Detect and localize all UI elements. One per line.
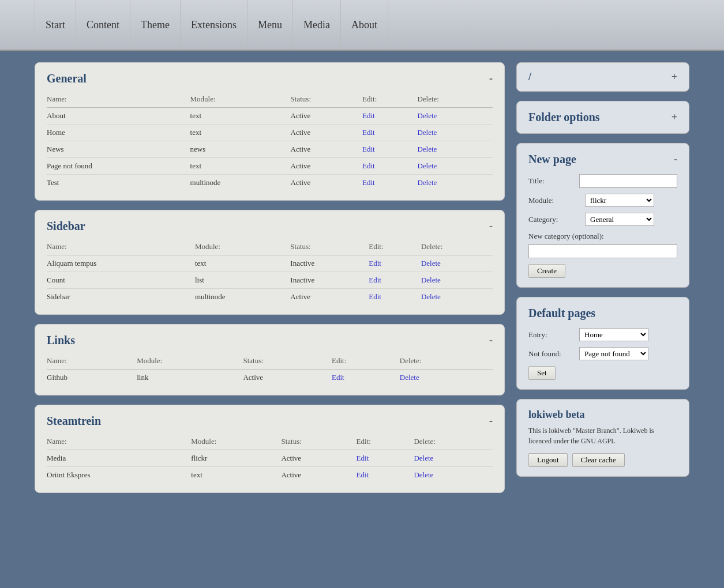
nav-extensions[interactable]: Extensions (181, 0, 247, 50)
default-pages-title: Default pages (528, 307, 595, 320)
table-row: Sidebar multinode Active Edit Delete (47, 289, 493, 306)
row-name: Page not found (47, 158, 190, 175)
folder-options-toggle[interactable]: + (672, 111, 677, 123)
sidebar-table: Name: Module: Status: Edit: Delete: Aliq… (47, 240, 493, 305)
steamtrein-col-edit: Edit: (357, 435, 414, 450)
row-edit[interactable]: Edit (332, 370, 400, 386)
default-pages-header: Default pages (528, 307, 677, 320)
row-name: Oriint Ekspres (47, 467, 191, 484)
row-module: text (190, 158, 291, 175)
general-col-edit: Edit: (362, 92, 417, 108)
steamtrein-col-delete: Delete: (414, 435, 493, 450)
row-delete[interactable]: Delete (417, 175, 493, 191)
steamtrein-col-module: Module: (191, 435, 281, 450)
nav-start[interactable]: Start (35, 0, 76, 50)
sidebar-card: Sidebar - Name: Module: Status: Edit: De… (35, 210, 505, 315)
title-label: Title: (528, 176, 575, 186)
logout-button[interactable]: Logout (528, 453, 568, 467)
links-col-edit: Edit: (332, 354, 400, 370)
links-toggle[interactable]: - (489, 334, 493, 346)
row-status: Active (243, 370, 332, 386)
links-col-status: Status: (243, 354, 332, 370)
row-edit[interactable]: Edit (357, 450, 414, 467)
row-edit[interactable]: Edit (362, 175, 417, 191)
row-edit[interactable]: Edit (362, 158, 417, 175)
row-module: text (191, 467, 281, 484)
row-delete[interactable]: Delete (414, 467, 493, 484)
links-col-delete: Delete: (400, 354, 493, 370)
general-col-name: Name: (47, 92, 190, 108)
new-category-section: New category (optional): (528, 232, 677, 264)
lokiweb-description: This is lokiweb "Master Branch". Lokiweb… (528, 425, 677, 446)
row-status: Active (291, 158, 362, 175)
nav-content[interactable]: Content (76, 0, 130, 50)
row-delete[interactable]: Delete (417, 108, 493, 125)
row-status: Active (281, 450, 356, 467)
nav-media[interactable]: Media (293, 0, 341, 50)
new-category-label: New category (optional): (528, 232, 677, 241)
folder-options-title: Folder options (528, 111, 600, 124)
row-delete[interactable]: Delete (414, 450, 493, 467)
category-select[interactable]: GeneralSidebarLinksSteamtrein (585, 213, 654, 226)
title-input[interactable] (579, 174, 677, 188)
row-delete[interactable]: Delete (417, 141, 493, 158)
row-name: Count (47, 272, 195, 289)
create-button[interactable]: Create (528, 264, 565, 278)
folder-options-card: Folder options + (516, 101, 689, 134)
module-select[interactable]: flickrtextnewsmultinodelistlink (585, 194, 654, 207)
table-row: About text Active Edit Delete (47, 108, 493, 125)
general-toggle[interactable]: - (489, 73, 493, 85)
new-page-toggle[interactable]: - (674, 153, 677, 165)
not-found-select[interactable]: HomeAboutNewsPage not foundTest (579, 347, 648, 360)
nav-about[interactable]: About (341, 0, 388, 50)
row-name: Home (47, 125, 190, 141)
row-edit[interactable]: Edit (362, 108, 417, 125)
steamtrein-col-status: Status: (281, 435, 356, 450)
path-toggle[interactable]: + (672, 71, 677, 83)
default-pages-card: Default pages Entry: HomeAboutNewsPage n… (516, 297, 689, 390)
new-category-input[interactable] (528, 244, 677, 258)
row-module: text (190, 108, 291, 125)
path-card: / + (516, 62, 689, 92)
sidebar-header: Sidebar - (47, 220, 493, 233)
row-name: News (47, 141, 190, 158)
lokiweb-card: lokiweb beta This is lokiweb "Master Bra… (516, 399, 689, 477)
nav-theme[interactable]: Theme (130, 0, 181, 50)
table-row: Aliquam tempus text Inactive Edit Delete (47, 255, 493, 272)
steamtrein-toggle[interactable]: - (489, 415, 493, 427)
row-name: Test (47, 175, 190, 191)
row-module: multinode (195, 289, 290, 306)
row-delete[interactable]: Delete (417, 125, 493, 141)
row-delete[interactable]: Delete (421, 289, 493, 306)
new-page-title: New page (528, 153, 576, 166)
row-delete[interactable]: Delete (421, 255, 493, 272)
row-delete[interactable]: Delete (400, 370, 493, 386)
sidebar-toggle[interactable]: - (489, 220, 493, 232)
sidebar-col-name: Name: (47, 240, 195, 255)
general-title: General (47, 72, 87, 85)
module-row: Module: flickrtextnewsmultinodelistlink (528, 194, 677, 207)
steamtrein-col-name: Name: (47, 435, 191, 450)
table-row: Home text Active Edit Delete (47, 125, 493, 141)
general-col-delete: Delete: (417, 92, 493, 108)
path-text: / (528, 71, 531, 83)
set-button[interactable]: Set (528, 366, 556, 380)
main-layout: General - Name: Module: Status: Edit: De… (0, 51, 724, 504)
row-edit[interactable]: Edit (362, 141, 417, 158)
steamtrein-header: Steamtrein - (47, 414, 493, 428)
row-edit[interactable]: Edit (357, 467, 414, 484)
sidebar-col-module: Module: (195, 240, 290, 255)
nav-menu[interactable]: Menu (247, 0, 293, 50)
row-delete[interactable]: Delete (417, 158, 493, 175)
links-col-module: Module: (137, 354, 243, 370)
row-edit[interactable]: Edit (369, 255, 421, 272)
row-edit[interactable]: Edit (369, 289, 421, 306)
entry-select[interactable]: HomeAboutNewsPage not foundTest (579, 328, 648, 341)
clear-cache-button[interactable]: Clear cache (572, 453, 625, 467)
row-status: Active (290, 289, 369, 306)
lokiweb-title: lokiweb beta (528, 409, 677, 421)
row-edit[interactable]: Edit (362, 125, 417, 141)
links-table: Name: Module: Status: Edit: Delete: Gith… (47, 354, 493, 386)
row-delete[interactable]: Delete (421, 272, 493, 289)
row-edit[interactable]: Edit (369, 272, 421, 289)
